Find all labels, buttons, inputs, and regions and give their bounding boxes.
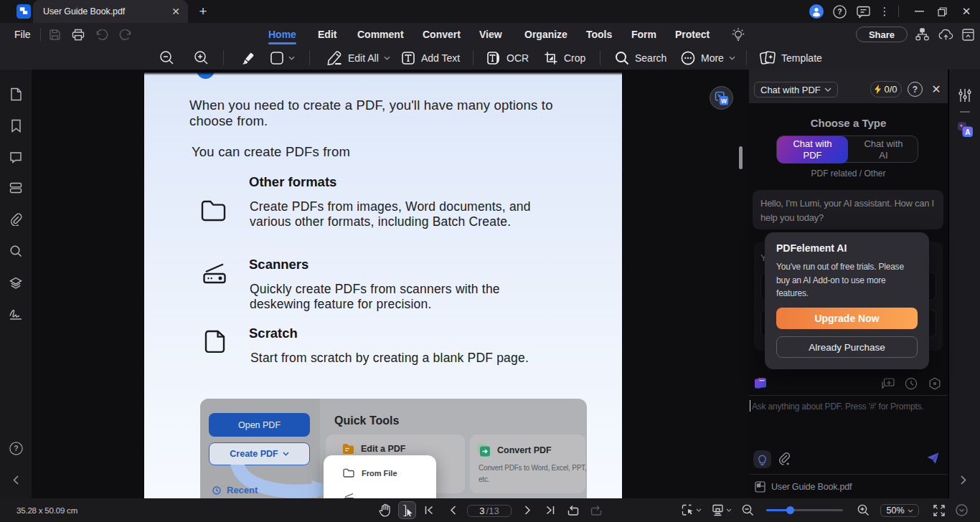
- crop-tool[interactable]: Crop: [543, 46, 585, 70]
- ai-panel-header: Chat with PDF 0/0 ? ✕: [749, 70, 948, 103]
- ai-credits-badge[interactable]: 0/0: [870, 81, 902, 98]
- screenshot-edit-a-pdf-item: Edit a PDF: [342, 443, 406, 455]
- new-tab-button[interactable]: +: [195, 4, 211, 19]
- history-clock-icon[interactable]: [905, 377, 918, 390]
- inspire-bulb-button[interactable]: [753, 450, 771, 468]
- layers-icon[interactable]: [0, 274, 32, 291]
- select-tool-active[interactable]: [398, 501, 416, 519]
- toolbar-separator: [223, 50, 224, 65]
- zoom-in-tool[interactable]: [194, 46, 209, 70]
- tab-home[interactable]: Home: [268, 23, 296, 46]
- ai-settings-icon[interactable]: [928, 377, 941, 390]
- rotate-right-icon[interactable]: [589, 498, 603, 522]
- ribbon-tabs: Home Edit Comment Convert View Organize …: [0, 23, 980, 46]
- template-tool[interactable]: Template: [759, 46, 822, 70]
- zoom-level-value: 50%: [886, 506, 904, 516]
- share-button[interactable]: Share: [856, 27, 908, 42]
- page-number-box[interactable]: 3 /13: [467, 505, 512, 517]
- page-dimensions: 35.28 x 50.09 cm: [17, 498, 77, 522]
- close-window-button[interactable]: ✕: [958, 0, 974, 23]
- send-icon[interactable]: [926, 452, 940, 465]
- tab-tools[interactable]: Tools: [586, 23, 612, 46]
- first-page-icon[interactable]: [423, 498, 435, 522]
- tab-form[interactable]: Form: [631, 23, 656, 46]
- search-tool[interactable]: Search: [614, 46, 666, 70]
- chat-with-ai-option[interactable]: Chat withAI: [848, 136, 919, 163]
- more-menu-kebab-icon[interactable]: ⋮: [878, 0, 891, 23]
- more-tool[interactable]: More: [680, 46, 735, 70]
- search-sidebar-icon[interactable]: [0, 242, 32, 260]
- already-purchase-button[interactable]: Already Purchase: [776, 336, 918, 358]
- tab-organize[interactable]: Organize: [524, 23, 567, 46]
- properties-sliders-icon[interactable]: [958, 88, 972, 103]
- collapse-sidebar-icon[interactable]: [0, 471, 32, 488]
- tab-view[interactable]: View: [479, 23, 502, 46]
- upgrade-now-button[interactable]: Upgrade Now: [776, 308, 918, 329]
- page-layout-dropdown[interactable]: [712, 498, 732, 522]
- highlighter-tool[interactable]: [240, 46, 256, 70]
- tab-protect[interactable]: Protect: [675, 23, 710, 46]
- prompt-library-icon[interactable]: [755, 378, 767, 389]
- zoom-slider-knob[interactable]: [786, 506, 794, 514]
- toolbar-separator: [600, 50, 600, 65]
- signature-icon[interactable]: [0, 305, 32, 323]
- sidebar-help-icon[interactable]: ?: [0, 440, 32, 457]
- folder-icon: [343, 468, 354, 478]
- edit-all-tool[interactable]: Edit All: [326, 46, 390, 70]
- collapse-toolbar-icon[interactable]: [962, 23, 974, 46]
- zoom-slider[interactable]: [766, 509, 843, 511]
- tab-convert[interactable]: Convert: [423, 23, 461, 46]
- chevron-down-icon: [726, 508, 732, 512]
- screenshot-from-file-item: From File: [343, 468, 397, 478]
- minimize-button[interactable]: [911, 0, 927, 23]
- expand-panel-chevron-icon[interactable]: [961, 475, 966, 485]
- chat-mode-toggle: Chat withPDF Chat withAI: [776, 136, 918, 163]
- tab-comment[interactable]: Comment: [357, 23, 404, 46]
- ai-input-area[interactable]: Ask anything about PDF. Press '#' for Pr…: [749, 395, 948, 474]
- zoom-out-tool[interactable]: [159, 46, 174, 70]
- document-tab[interactable]: User Guide Book.pdf ✕: [33, 0, 188, 23]
- document-scrollbar-thumb[interactable]: [739, 146, 743, 169]
- attach-file-icon[interactable]: [778, 452, 791, 466]
- rotate-left-icon[interactable]: [565, 498, 580, 522]
- fit-fullscreen-icon[interactable]: [932, 498, 946, 522]
- comments-icon[interactable]: [0, 148, 32, 166]
- ai-context-file-name: User Guide Book.pdf: [771, 482, 852, 492]
- tab-close-icon[interactable]: ✕: [169, 5, 182, 18]
- sitemap-icon[interactable]: [915, 23, 929, 46]
- add-text-tool[interactable]: Add Text: [400, 46, 460, 70]
- page-thumbnails-icon[interactable]: [0, 85, 32, 103]
- convert-to-word-float-button[interactable]: W: [710, 86, 733, 110]
- whats-new-lamp-icon[interactable]: [731, 23, 745, 46]
- svg-text:?: ?: [14, 444, 18, 452]
- help-icon[interactable]: ?: [831, 0, 847, 23]
- ai-panel-close-icon[interactable]: ✕: [928, 81, 944, 97]
- document-viewport[interactable]: When you need to create a PDF, you'll ha…: [32, 70, 749, 498]
- ai-mode-select[interactable]: Chat with PDF: [754, 82, 838, 98]
- new-chat-icon[interactable]: [882, 378, 895, 389]
- zoom-out-status-icon[interactable]: [740, 498, 755, 522]
- zoom-level-dropdown[interactable]: 50%: [880, 504, 919, 517]
- shape-tool[interactable]: [268, 46, 295, 70]
- feedback-icon[interactable]: [855, 0, 871, 23]
- page-total: /13: [486, 506, 499, 516]
- zoom-in-status-icon[interactable]: [856, 498, 870, 522]
- selection-mode-dropdown[interactable]: [682, 498, 702, 522]
- cloud-upload-icon[interactable]: [938, 23, 953, 46]
- restore-button[interactable]: [934, 0, 950, 23]
- bookmarks-icon[interactable]: [0, 117, 32, 134]
- next-page-icon[interactable]: [522, 498, 533, 522]
- tab-edit[interactable]: Edit: [318, 23, 336, 46]
- last-page-icon[interactable]: [543, 498, 556, 522]
- previous-page-icon[interactable]: [447, 498, 458, 522]
- chat-with-pdf-option[interactable]: Chat withPDF: [777, 136, 848, 163]
- ocr-tool[interactable]: OCR: [486, 46, 529, 70]
- attachments-icon[interactable]: [0, 211, 32, 228]
- hand-tool-icon[interactable]: [377, 498, 392, 522]
- chevron-down-icon: [384, 56, 390, 60]
- account-avatar[interactable]: [809, 0, 824, 23]
- thumbnail-list-icon[interactable]: [0, 179, 32, 196]
- auto-scroll-icon[interactable]: [954, 498, 969, 522]
- translate-icon[interactable]: A: [957, 121, 974, 138]
- ai-help-icon[interactable]: ?: [908, 82, 923, 97]
